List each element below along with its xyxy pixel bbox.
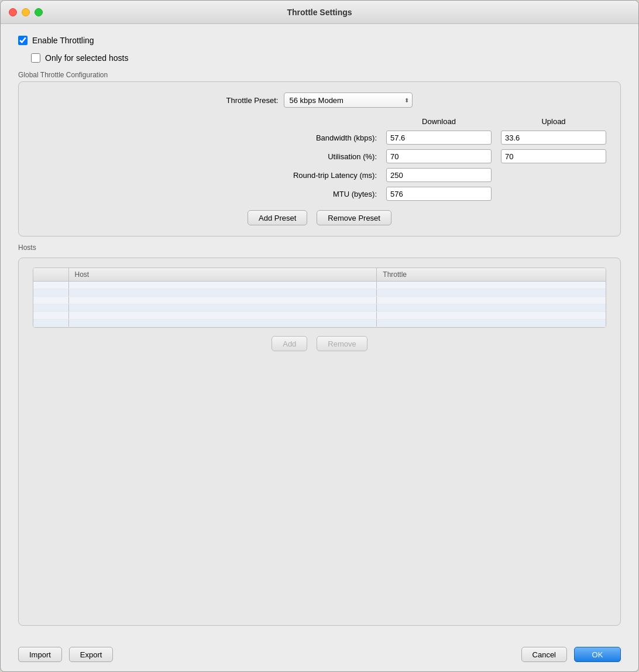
add-preset-button[interactable]: Add Preset [248, 210, 307, 225]
col-throttle-header: Throttle [377, 268, 606, 282]
hosts-table: Host Throttle [33, 268, 606, 327]
export-button[interactable]: Export [69, 647, 114, 662]
remove-host-button[interactable]: Remove [317, 336, 367, 351]
col-checkbox-header [33, 268, 68, 282]
throttle-preset-wrapper: 56 kbps Modem ISDN DSL Cable T1 Custom [284, 92, 413, 108]
cancel-button[interactable]: Cancel [521, 647, 567, 662]
hosts-section: Hosts Host Throttle [18, 244, 621, 626]
row-host [68, 282, 377, 289]
bottom-right-buttons: Cancel OK [521, 647, 621, 662]
row-checkbox [33, 282, 68, 289]
row-checkbox [33, 320, 68, 327]
col-host-header: Host [68, 268, 377, 282]
hosts-panel: Host Throttle [18, 258, 621, 626]
titlebar: Throttle Settings [1, 1, 638, 24]
row-checkbox [33, 297, 68, 304]
global-section-label: Global Throttle Configuration [18, 71, 621, 79]
mtu-download-input[interactable] [386, 187, 492, 201]
remove-preset-button[interactable]: Remove Preset [317, 210, 391, 225]
utilisation-upload-input[interactable] [501, 149, 606, 163]
window-title: Throttle Settings [287, 8, 352, 17]
main-content: Enable Throttling Only for selected host… [1, 24, 638, 637]
row-throttle [377, 297, 606, 304]
utilisation-download-input[interactable] [386, 149, 492, 163]
fields-grid: Download Upload Bandwidth (kbps): Utilis… [33, 117, 606, 201]
row-checkbox [33, 304, 68, 312]
ok-button[interactable]: OK [574, 647, 621, 662]
mtu-label: MTU (bytes): [33, 190, 377, 198]
throttle-preset-select[interactable]: 56 kbps Modem ISDN DSL Cable T1 Custom [284, 92, 413, 108]
bandwidth-label: Bandwidth (kbps): [33, 133, 377, 142]
row-throttle [377, 304, 606, 312]
bottom-bar: Import Export Cancel OK [1, 637, 638, 671]
latency-download-input[interactable] [386, 168, 492, 182]
enable-throttling-checkbox[interactable] [18, 36, 28, 45]
import-button[interactable]: Import [18, 647, 62, 662]
table-row [33, 312, 606, 320]
row-host [68, 312, 377, 320]
throttle-preset-label: Throttle Preset: [226, 96, 279, 105]
only-selected-hosts-row: Only for selected hosts [31, 53, 621, 63]
table-row [33, 289, 606, 297]
enable-throttling-label: Enable Throttling [32, 36, 94, 45]
global-section: Global Throttle Configuration Throttle P… [18, 71, 621, 236]
table-row [33, 297, 606, 304]
table-row [33, 304, 606, 312]
hosts-section-label: Hosts [18, 244, 621, 252]
row-host [68, 320, 377, 327]
row-checkbox [33, 289, 68, 297]
row-throttle [377, 289, 606, 297]
row-host [68, 297, 377, 304]
minimize-button[interactable] [22, 8, 30, 16]
latency-label: Round-trip Latency (ms): [33, 171, 377, 180]
bandwidth-download-input[interactable] [386, 131, 492, 145]
only-selected-hosts-checkbox[interactable] [31, 53, 40, 63]
hosts-buttons: Add Remove [33, 336, 606, 351]
bottom-left-buttons: Import Export [18, 647, 113, 662]
hosts-table-header-row: Host Throttle [33, 268, 606, 282]
global-panel: Throttle Preset: 56 kbps Modem ISDN DSL … [18, 81, 621, 236]
maximize-button[interactable] [35, 8, 43, 16]
row-throttle [377, 320, 606, 327]
only-selected-hosts-label: Only for selected hosts [45, 53, 128, 63]
row-throttle [377, 312, 606, 320]
preset-buttons: Add Preset Remove Preset [33, 210, 606, 225]
row-host [68, 289, 377, 297]
utilisation-label: Utilisation (%): [33, 152, 377, 161]
download-header: Download [386, 117, 492, 126]
add-host-button[interactable]: Add [272, 336, 307, 351]
window: Throttle Settings Enable Throttling Only… [0, 0, 639, 672]
window-controls [9, 8, 43, 16]
bandwidth-upload-input[interactable] [501, 131, 606, 145]
close-button[interactable] [9, 8, 17, 16]
preset-row: Throttle Preset: 56 kbps Modem ISDN DSL … [33, 92, 606, 108]
row-throttle [377, 282, 606, 289]
table-row [33, 320, 606, 327]
upload-header: Upload [501, 117, 606, 126]
hosts-table-wrapper: Host Throttle [33, 268, 606, 328]
table-row [33, 282, 606, 289]
enable-throttling-row: Enable Throttling [18, 36, 621, 45]
row-checkbox [33, 312, 68, 320]
row-host [68, 304, 377, 312]
